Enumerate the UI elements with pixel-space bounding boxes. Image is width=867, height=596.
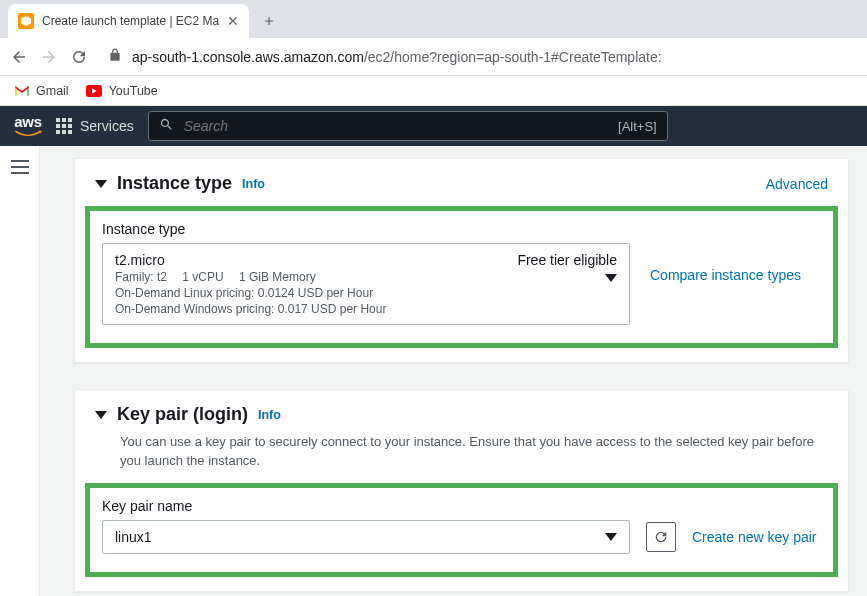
hamburger-icon[interactable] [11, 160, 29, 596]
services-menu[interactable]: Services [56, 118, 134, 134]
chevron-down-icon[interactable] [95, 411, 107, 419]
search-shortcut: [Alt+S] [618, 119, 657, 134]
url-text: ap-south-1.console.aws.amazon.com/ec2/ho… [132, 49, 662, 65]
bookmark-label: Gmail [36, 84, 69, 98]
info-link[interactable]: Info [258, 408, 281, 422]
advanced-link[interactable]: Advanced [766, 176, 828, 192]
field-label: Key pair name [102, 498, 821, 514]
instance-type-selector[interactable]: t2.micro Free tier eligible Family: t2 1… [102, 243, 630, 325]
chevron-down-icon [605, 274, 617, 282]
instance-type-highlight: Instance type t2.micro Free tier eligibl… [85, 206, 838, 348]
close-icon[interactable]: ✕ [227, 14, 239, 28]
chevron-down-icon[interactable] [95, 180, 107, 188]
compare-instance-types-link[interactable]: Compare instance types [650, 243, 801, 283]
aws-favicon [18, 13, 34, 29]
key-pair-description: You can use a key pair to securely conne… [75, 433, 848, 479]
instance-family-info: Family: t2 1 vCPU 1 GiB Memory [115, 270, 617, 284]
grid-icon [56, 118, 72, 134]
sidebar [0, 146, 40, 596]
tab-title: Create launch template | EC2 Ma [42, 14, 219, 28]
instance-type-panel: Instance type Info Advanced Instance typ… [74, 158, 849, 363]
aws-logo[interactable]: aws [14, 114, 42, 139]
browser-tab-strip: Create launch template | EC2 Ma ✕ [0, 0, 867, 38]
bookmarks-bar: Gmail YouTube [0, 76, 867, 106]
lock-icon [108, 48, 122, 65]
windows-pricing: On-Demand Windows pricing: 0.017 USD per… [115, 302, 617, 316]
key-pair-panel: Key pair (login) Info You can use a key … [74, 389, 849, 592]
section-title: Key pair (login) [117, 404, 248, 425]
free-tier-badge: Free tier eligible [517, 252, 617, 268]
search-input[interactable] [184, 118, 608, 134]
forward-button[interactable] [40, 48, 58, 66]
main-content: Instance type Info Advanced Instance typ… [40, 146, 867, 596]
info-link[interactable]: Info [242, 177, 265, 191]
linux-pricing: On-Demand Linux pricing: 0.0124 USD per … [115, 286, 617, 300]
browser-tab[interactable]: Create launch template | EC2 Ma ✕ [8, 4, 249, 38]
key-pair-selector[interactable]: linux1 [102, 520, 630, 554]
address-bar[interactable]: ap-south-1.console.aws.amazon.com/ec2/ho… [100, 48, 857, 65]
refresh-button[interactable] [646, 522, 676, 552]
field-label: Instance type [102, 221, 821, 237]
bookmark-youtube[interactable]: YouTube [85, 84, 158, 98]
refresh-icon [653, 529, 669, 545]
new-tab-button[interactable] [255, 7, 283, 35]
gmail-icon [14, 85, 30, 97]
selected-instance-type: t2.micro [115, 252, 165, 268]
reload-button[interactable] [70, 48, 88, 66]
chevron-down-icon [605, 533, 617, 541]
bookmark-gmail[interactable]: Gmail [14, 84, 69, 98]
key-pair-highlight: Key pair name linux1 Create new key pair [85, 483, 838, 577]
aws-top-nav: aws Services [Alt+S] [0, 106, 867, 146]
services-label: Services [80, 118, 134, 134]
bookmark-label: YouTube [109, 84, 158, 98]
selected-key-pair: linux1 [115, 529, 152, 545]
search-bar[interactable]: [Alt+S] [148, 111, 668, 141]
section-title: Instance type [117, 173, 232, 194]
back-button[interactable] [10, 48, 28, 66]
create-key-pair-link[interactable]: Create new key pair [692, 529, 817, 545]
browser-toolbar: ap-south-1.console.aws.amazon.com/ec2/ho… [0, 38, 867, 76]
search-icon [159, 117, 174, 135]
youtube-icon [85, 85, 103, 97]
